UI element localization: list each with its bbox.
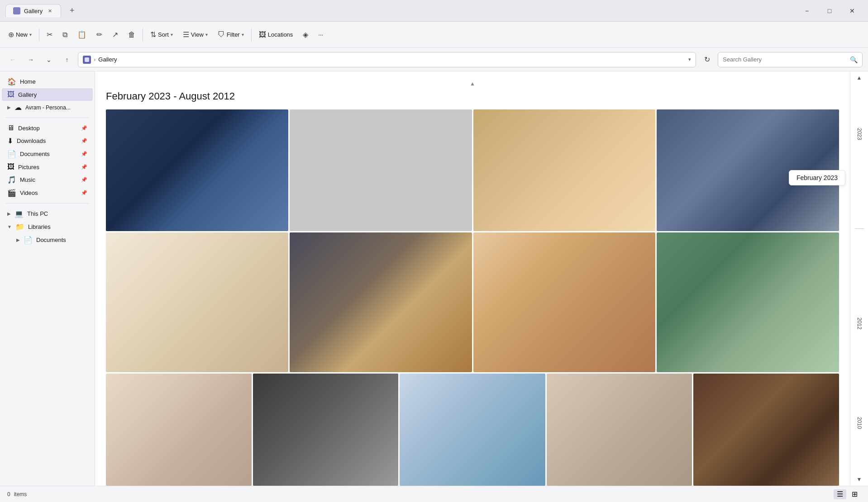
sidebar-item-lib-documents[interactable]: ▶ 📄 Documents — [2, 233, 93, 246]
rename-icon: ✏ — [96, 30, 102, 39]
recent-button[interactable]: ⌄ — [42, 52, 56, 67]
downloads-label: Downloads — [17, 137, 77, 144]
videos-pin-icon: 📌 — [81, 190, 87, 196]
back-button[interactable]: ← — [5, 52, 20, 67]
filter-button[interactable]: ⛉ Filter ▾ — [213, 28, 248, 42]
toolbar-divider-3 — [251, 28, 252, 41]
title-bar-left: Gallery ✕ + — [5, 4, 79, 18]
sidebar-item-home[interactable]: 🏠 Home — [2, 75, 93, 88]
path-text: Gallery — [98, 56, 117, 63]
rename-button[interactable]: ✏ — [92, 28, 107, 42]
new-icon: ⊕ — [8, 30, 14, 39]
photo-item[interactable] — [290, 232, 472, 373]
up-button[interactable]: ↑ — [60, 52, 74, 67]
locations-icon: 🖼 — [259, 31, 266, 39]
photo-item[interactable] — [106, 232, 288, 373]
maximize-button[interactable]: □ — [819, 4, 840, 18]
cloud-icon: ☁ — [14, 103, 22, 112]
path-icon — [83, 56, 91, 64]
delete-icon: 🗑 — [128, 31, 135, 39]
gallery-tab-label: Gallery — [24, 8, 43, 14]
photo-item[interactable] — [693, 374, 839, 485]
sidebar-item-videos[interactable]: 🎬 Videos 📌 — [2, 186, 93, 199]
thispc-expand-icon: ▶ — [7, 211, 11, 216]
sidebar-item-desktop[interactable]: 🖥 Desktop 📌 — [2, 122, 93, 134]
sidebar-item-gallery[interactable]: 🖼 Gallery — [2, 88, 93, 101]
new-tab-button[interactable]: + — [65, 4, 79, 18]
toolbar: ⊕ New ▾ ✂ ⧉ 📋 ✏ ↗ 🗑 ⇅ Sort ▾ ☰ View ▾ ⛉ … — [0, 22, 868, 48]
photo-item[interactable] — [473, 109, 656, 231]
new-button[interactable]: ⊕ New ▾ — [4, 28, 36, 42]
sidebar-item-downloads[interactable]: ⬇ Downloads 📌 — [2, 134, 93, 147]
sidebar-item-documents[interactable]: 📄 Documents 📌 — [2, 147, 93, 161]
close-button[interactable]: ✕ — [842, 4, 863, 18]
sidebar-item-cloud[interactable]: ▶ ☁ Avram - Persona... — [2, 101, 93, 114]
view-chevron-icon: ▾ — [205, 32, 208, 37]
tab-close-button[interactable]: ✕ — [46, 7, 53, 14]
gallery-icon-button[interactable]: ◈ — [298, 28, 313, 42]
timeline-scroll-up[interactable]: ▲ — [852, 73, 867, 82]
gallery-label: Gallery — [18, 91, 87, 98]
status-bar: 0 items ☰ ⊞ — [0, 486, 868, 502]
timeline-items: 2023 2012 2010 — [854, 82, 864, 475]
path-dropdown-icon[interactable]: ▾ — [688, 57, 691, 62]
cut-button[interactable]: ✂ — [42, 28, 57, 42]
forward-button[interactable]: → — [24, 52, 38, 67]
copy-button[interactable]: ⧉ — [58, 28, 72, 42]
gallery-tab[interactable]: Gallery ✕ — [5, 4, 61, 17]
timeline-year-2012[interactable]: 2012 — [854, 317, 864, 331]
sidebar-item-libraries[interactable]: ▼ 📁 Libraries — [2, 220, 93, 233]
lib-docs-expand-icon: ▶ — [16, 237, 20, 242]
more-button[interactable]: ··· — [314, 28, 328, 41]
view-toggles: ☰ ⊞ — [834, 489, 861, 499]
libraries-label: Libraries — [28, 223, 87, 230]
sort-button[interactable]: ⇅ Sort ▾ — [146, 28, 177, 42]
sidebar-item-pictures[interactable]: 🖼 Pictures 📌 — [2, 161, 93, 173]
photo-item[interactable] — [290, 109, 472, 231]
address-path[interactable]: › Gallery ▾ — [78, 52, 696, 67]
gallery-tab-icon — [13, 7, 20, 14]
list-view-toggle[interactable]: ☰ — [834, 489, 846, 499]
search-input[interactable] — [723, 56, 847, 63]
photo-item[interactable] — [253, 374, 399, 485]
share-button[interactable]: ↗ — [108, 28, 123, 42]
timeline-scroll-down[interactable]: ▼ — [852, 475, 867, 484]
downloads-pin-icon: 📌 — [81, 138, 87, 144]
pin-icon: 📌 — [81, 125, 87, 131]
photo-item[interactable] — [657, 232, 839, 373]
delete-button[interactable]: 🗑 — [124, 28, 140, 42]
path-separator: › — [94, 56, 95, 63]
paste-button[interactable]: 📋 — [73, 28, 91, 42]
sidebar: 🏠 Home 🖼 Gallery ▶ ☁ Avram - Persona... … — [0, 71, 95, 486]
toolbar-divider-2 — [143, 28, 143, 41]
toolbar-divider-1 — [39, 28, 39, 41]
timeline-year-2010[interactable]: 2010 — [854, 416, 864, 430]
lib-docs-icon: 📄 — [24, 236, 33, 244]
libraries-icon: 📁 — [15, 223, 24, 231]
thispc-label: This PC — [27, 210, 87, 217]
timeline-year-2023[interactable]: 2023 — [854, 127, 864, 141]
photo-item[interactable] — [547, 374, 692, 485]
photo-item[interactable] — [106, 374, 252, 485]
videos-icon: 🎬 — [7, 189, 16, 197]
filter-icon: ⛉ — [218, 31, 225, 39]
locations-button[interactable]: 🖼 Locations — [254, 28, 298, 42]
gallery-icon: 🖼 — [7, 90, 14, 99]
view-button[interactable]: ☰ View ▾ — [178, 28, 212, 42]
grid-view-toggle[interactable]: ⊞ — [848, 489, 861, 499]
address-bar: ← → ⌄ ↑ › Gallery ▾ ↻ 🔍 — [0, 48, 868, 71]
sidebar-item-music[interactable]: 🎵 Music 📌 — [2, 173, 93, 186]
sidebar-divider-2 — [5, 203, 89, 204]
copy-icon: ⧉ — [62, 31, 67, 39]
share-icon: ↗ — [112, 30, 118, 39]
gallery-content[interactable]: ▲ February 2023 - August 2012 — [95, 71, 850, 486]
photo-item[interactable] — [106, 109, 288, 231]
documents-pin-icon: 📌 — [81, 151, 87, 157]
desktop-icon: 🖥 — [7, 124, 14, 132]
sidebar-item-thispc[interactable]: ▶ 💻 This PC — [2, 207, 93, 220]
photo-item[interactable] — [473, 232, 656, 373]
refresh-button[interactable]: ↻ — [700, 52, 714, 67]
view-icon: ☰ — [183, 30, 189, 39]
minimize-button[interactable]: − — [796, 4, 817, 18]
photo-item[interactable] — [400, 374, 545, 485]
